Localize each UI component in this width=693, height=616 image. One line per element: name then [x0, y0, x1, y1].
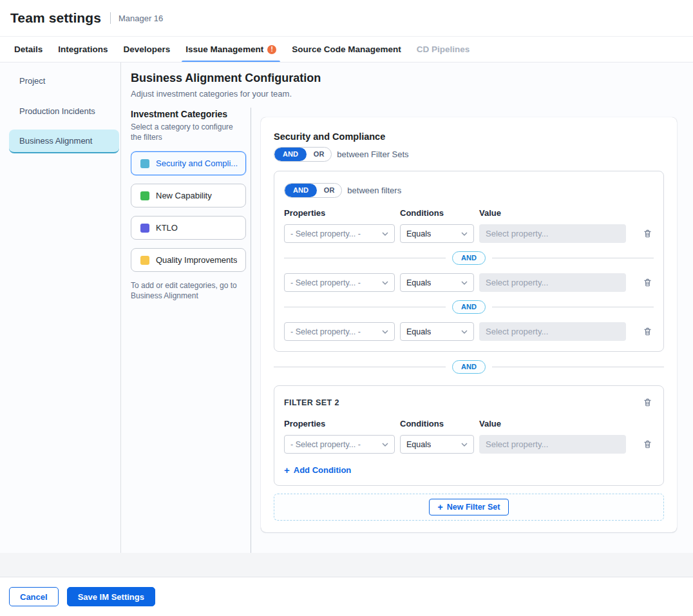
and-or-toggle-between-sets[interactable]: AND OR [274, 147, 332, 162]
trash-icon [643, 278, 652, 287]
chevron-down-icon [461, 330, 468, 334]
new-filter-set-dropzone: + New Filter Set [274, 494, 664, 521]
delete-filter-button[interactable] [641, 227, 654, 240]
tab-developers[interactable]: Developers [116, 37, 178, 62]
filter-set-2-title: FILTER SET 2 [284, 398, 339, 407]
add-condition-button[interactable]: + Add Condition [284, 465, 351, 475]
chevron-down-icon [382, 281, 388, 285]
or-segment[interactable]: OR [307, 148, 332, 160]
delete-filter-button[interactable] [641, 276, 654, 289]
category-security-and-compliance[interactable]: Security and Compli... [131, 151, 246, 175]
and-or-toggle-between-filters[interactable]: AND OR [284, 183, 342, 198]
warning-badge-icon: ! [267, 45, 276, 54]
condition-select[interactable]: Equals [400, 435, 474, 454]
and-connector-pill: AND [452, 251, 486, 265]
and-connector: AND [284, 251, 654, 265]
filter-set-1: AND OR between filters Properties Condit… [274, 171, 664, 352]
filter-set-2: FILTER SET 2 Properties Conditions Value [274, 385, 664, 486]
value-input[interactable] [479, 435, 626, 454]
title-divider [110, 12, 111, 24]
condition-select[interactable]: Equals [400, 224, 474, 243]
properties-header: Properties [284, 208, 400, 218]
sidebar-item-production-incidents[interactable]: Production Incidents [9, 99, 119, 123]
delete-filter-set-button[interactable] [641, 396, 654, 409]
chevron-down-icon [382, 330, 388, 334]
sidebar-item-business-alignment[interactable]: Business Alignment [9, 130, 119, 153]
category-color-swatch [140, 256, 149, 265]
categories-subtitle: Select a category to configure the filte… [131, 122, 239, 142]
cancel-button[interactable]: Cancel [9, 587, 59, 606]
value-input[interactable] [479, 224, 626, 243]
tab-source-code-management[interactable]: Source Code Management [284, 37, 409, 62]
and-connector-pill: AND [452, 360, 486, 374]
tab-details[interactable]: Details [6, 37, 50, 62]
filters-config-area: Security and Compliance AND OR between F… [251, 108, 693, 553]
team-name: Manager 16 [119, 14, 163, 23]
panel-title: Security and Compliance [274, 131, 664, 142]
trash-icon [643, 398, 652, 407]
and-segment[interactable]: AND [274, 148, 307, 161]
category-color-swatch [140, 159, 149, 168]
plus-icon: + [284, 465, 290, 475]
category-color-swatch [140, 191, 149, 200]
conditions-header: Conditions [400, 208, 479, 218]
category-new-capability[interactable]: New Capability [131, 184, 246, 207]
value-input[interactable] [479, 273, 626, 292]
value-header: Value [479, 419, 501, 428]
settings-tabbar: Details Integrations Developers Issue Ma… [0, 37, 693, 63]
categories-list: Security and Compli... New Capability KT… [131, 151, 245, 272]
property-select[interactable]: - Select property... - [284, 435, 395, 454]
or-segment[interactable]: OR [317, 184, 342, 197]
trash-icon [643, 327, 652, 336]
investment-categories-panel: Investment Categories Select a category … [131, 108, 251, 553]
filter-row: - Select property... - Equals [284, 435, 654, 454]
trash-icon [643, 229, 652, 238]
page-header: Team settings Manager 16 [0, 0, 693, 37]
and-connector-pill: AND [452, 300, 486, 314]
value-input[interactable] [479, 322, 626, 341]
between-filter-sets-caption: between Filter Sets [337, 149, 408, 159]
delete-filter-button[interactable] [641, 325, 654, 338]
condition-select[interactable]: Equals [400, 322, 474, 341]
filter-row: - Select property... - Equals [284, 224, 654, 243]
tab-integrations[interactable]: Integrations [50, 37, 115, 62]
footer-actions: Cancel Save IM Settings [0, 577, 693, 616]
chevron-down-icon [461, 281, 468, 285]
footer-spacer [0, 553, 693, 577]
new-filter-set-button[interactable]: + New Filter Set [429, 499, 509, 515]
properties-header: Properties [284, 419, 400, 428]
save-im-settings-button[interactable]: Save IM Settings [67, 587, 155, 606]
filter-row: - Select property... - Equals [284, 273, 654, 292]
category-quality-improvements[interactable]: Quality Improvements [131, 248, 246, 272]
delete-filter-button[interactable] [641, 438, 654, 450]
plus-icon: + [438, 503, 443, 512]
chevron-down-icon [382, 443, 388, 447]
value-header: Value [479, 208, 501, 218]
column-headers: Properties Conditions Value [284, 208, 654, 218]
between-filters-caption: between filters [347, 186, 401, 195]
settings-sidebar: Project Production Incidents Business Al… [0, 63, 121, 553]
categories-title: Investment Categories [131, 109, 245, 119]
chevron-down-icon [382, 232, 388, 236]
conditions-header: Conditions [400, 419, 479, 428]
and-segment[interactable]: AND [285, 184, 317, 197]
sidebar-item-project[interactable]: Project [9, 69, 119, 93]
section-title: Business Alignment Configuration [131, 72, 693, 85]
property-select[interactable]: - Select property... - [284, 224, 395, 243]
and-connector-between-sets: AND [274, 360, 664, 374]
business-alignment-main: Business Alignment Configuration Adjust … [121, 63, 693, 553]
category-ktlo[interactable]: KTLO [131, 216, 246, 240]
category-color-swatch [140, 224, 149, 233]
column-headers: Properties Conditions Value [284, 419, 654, 428]
page-title: Team settings [10, 10, 101, 26]
property-select[interactable]: - Select property... - [284, 322, 395, 341]
content-area: Project Production Incidents Business Al… [0, 63, 693, 553]
tab-cd-pipelines[interactable]: CD Pipelines [409, 37, 478, 62]
condition-select[interactable]: Equals [400, 273, 474, 292]
chevron-down-icon [461, 232, 468, 236]
chevron-down-icon [461, 443, 468, 447]
tab-issue-management[interactable]: Issue Management ! [178, 37, 284, 62]
security-and-compliance-panel: Security and Compliance AND OR between F… [261, 117, 677, 532]
filter-row: - Select property... - Equals [284, 322, 654, 341]
property-select[interactable]: - Select property... - [284, 273, 395, 292]
